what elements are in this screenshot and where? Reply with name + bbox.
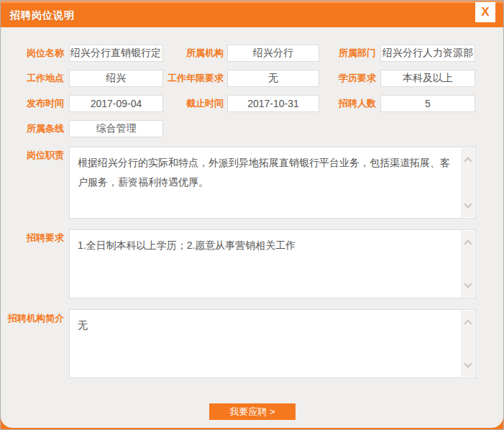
scroll-up-icon[interactable] xyxy=(464,319,472,327)
apply-button[interactable]: 我要应聘 > xyxy=(209,403,295,420)
field-label-experience-requirement: 工作年限要求 xyxy=(166,70,224,87)
field-label-organization: 所属机构 xyxy=(166,45,224,62)
field-label-education-requirement: 学历要求 xyxy=(319,70,376,87)
dialog-titlebar: 招聘岗位说明 xyxy=(1,1,503,27)
input-department[interactable] xyxy=(380,45,475,62)
textarea-recruit-requirements[interactable]: 1.全日制本科以上学历；2.愿意从事营销相关工作 xyxy=(70,230,461,298)
scroll-down-icon[interactable] xyxy=(464,200,472,208)
textarea-org-intro[interactable]: 无 xyxy=(70,310,461,378)
field-label-business-line: 所属条线 xyxy=(6,120,64,137)
input-experience-requirement[interactable] xyxy=(227,70,319,87)
scroll-down-icon[interactable] xyxy=(464,280,472,288)
textarea-org-intro-wrap: 无 xyxy=(69,309,476,378)
input-work-location[interactable] xyxy=(69,70,163,87)
field-label-position-name: 岗位名称 xyxy=(6,45,64,62)
field-label-department: 所属部门 xyxy=(319,45,376,62)
field-label-org-intro: 招聘机构简介 xyxy=(4,310,64,327)
recruitment-position-dialog: 招聘岗位说明 X 岗位名称 所属机构 所属部门 工作地点 工作年限要求 学历要求… xyxy=(0,0,504,430)
scroll-down-icon[interactable] xyxy=(464,360,472,367)
dialog-body: 岗位名称 所属机构 所属部门 工作地点 工作年限要求 学历要求 发布时间 截止时… xyxy=(1,27,503,428)
input-education-requirement[interactable] xyxy=(380,70,475,87)
scroll-up-icon[interactable] xyxy=(464,239,472,247)
textarea-job-duties[interactable]: 根据绍兴分行的实际和特点，外派到异地拓展直销银行平台业务，包括渠道拓展、客户服务… xyxy=(70,147,461,218)
field-label-work-location: 工作地点 xyxy=(6,70,64,87)
org-intro-scrollbar[interactable] xyxy=(461,311,475,377)
field-label-deadline-date: 截止时间 xyxy=(166,95,224,112)
close-button[interactable]: X xyxy=(475,2,495,22)
field-label-headcount: 招聘人数 xyxy=(319,95,376,112)
job-duties-scrollbar[interactable] xyxy=(461,148,475,217)
field-label-recruit-requirements: 招聘要求 xyxy=(6,229,64,247)
input-headcount[interactable] xyxy=(380,95,475,112)
textarea-job-duties-wrap: 根据绍兴分行的实际和特点，外派到异地拓展直销银行平台业务，包括渠道拓展、客户服务… xyxy=(69,147,476,219)
field-label-publish-date: 发布时间 xyxy=(6,95,64,112)
input-publish-date[interactable] xyxy=(69,95,163,112)
dialog-title: 招聘岗位说明 xyxy=(10,3,75,27)
textarea-recruit-requirements-wrap: 1.全日制本科以上学历；2.愿意从事营销相关工作 xyxy=(69,229,476,298)
field-label-job-duties: 岗位职责 xyxy=(6,147,64,164)
input-position-name[interactable] xyxy=(69,45,163,62)
input-organization[interactable] xyxy=(227,45,319,62)
input-deadline-date[interactable] xyxy=(227,95,319,112)
scroll-up-icon[interactable] xyxy=(464,157,472,165)
recruit-requirements-scrollbar[interactable] xyxy=(461,231,475,297)
input-business-line[interactable] xyxy=(69,120,163,137)
